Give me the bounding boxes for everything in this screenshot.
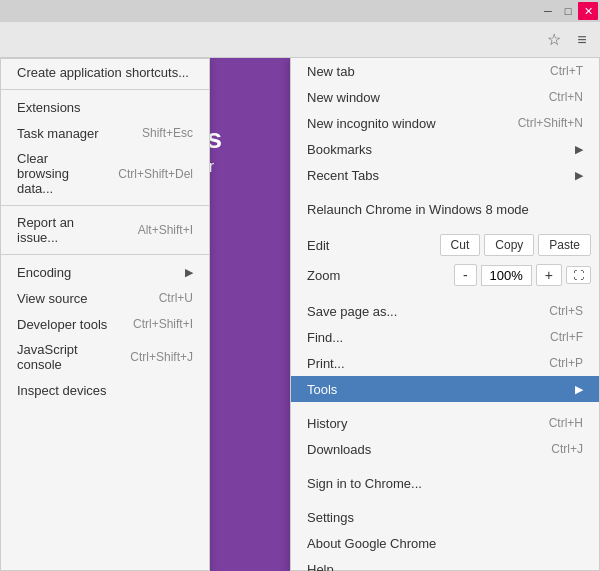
submenu-developer-tools-shortcut: Ctrl+Shift+I <box>133 317 193 331</box>
submenu-view-source[interactable]: View source Ctrl+U <box>1 285 209 311</box>
maximize-button[interactable]: □ <box>558 2 578 20</box>
submenu-separator-3 <box>1 254 209 255</box>
submenu-developer-tools-label: Developer tools <box>17 317 113 332</box>
menu-item-sign-in-label: Sign in to Chrome... <box>307 476 583 491</box>
submenu-task-manager-shortcut: Shift+Esc <box>142 126 193 140</box>
menu-item-bookmarks-label: Bookmarks <box>307 142 570 157</box>
menu-item-about-chrome-label: About Google Chrome <box>307 536 583 551</box>
submenu-clear-browsing-shortcut: Ctrl+Shift+Del <box>118 167 193 181</box>
menu-item-help[interactable]: Help <box>291 556 599 571</box>
chevron-right-icon: ▶ <box>575 143 583 156</box>
menu-item-new-window-shortcut: Ctrl+N <box>549 90 583 104</box>
menu-item-print-label: Print... <box>307 356 529 371</box>
menu-item-help-label: Help <box>307 562 583 572</box>
browser-toolbar: ☆ ≡ <box>0 22 600 58</box>
submenu-extensions[interactable]: Extensions <box>1 94 209 120</box>
star-icon[interactable]: ☆ <box>540 26 568 54</box>
title-bar: ─ □ ✕ <box>0 0 600 22</box>
tools-submenu: Create application shortcuts... Extensio… <box>0 58 210 571</box>
chevron-right-icon-3: ▶ <box>575 383 583 396</box>
submenu-view-source-shortcut: Ctrl+U <box>159 291 193 305</box>
menu-item-about-chrome[interactable]: About Google Chrome <box>291 530 599 556</box>
menu-item-print[interactable]: Print... Ctrl+P <box>291 350 599 376</box>
menu-edit-row: Edit Cut Copy Paste <box>291 230 599 260</box>
close-button[interactable]: ✕ <box>578 2 598 20</box>
submenu-javascript-console-shortcut: Ctrl+Shift+J <box>130 350 193 364</box>
submenu-separator-1 <box>1 89 209 90</box>
copy-button[interactable]: Copy <box>484 234 534 256</box>
menu-item-downloads-label: Downloads <box>307 442 531 457</box>
menu-item-save-page[interactable]: Save page as... Ctrl+S <box>291 298 599 324</box>
submenu-javascript-console-label: JavaScript console <box>17 342 110 372</box>
chevron-right-icon-4: ▶ <box>185 266 193 279</box>
menu-item-new-window-label: New window <box>307 90 529 105</box>
page-content: uponarific d Now, Save Ins You Can Save … <box>0 58 600 571</box>
menu-zoom-row: Zoom - 100% + ⛶ <box>291 260 599 290</box>
submenu-report-issue-shortcut: Alt+Shift+I <box>138 223 193 237</box>
submenu-clear-browsing-label: Clear browsing data... <box>17 151 98 196</box>
menu-item-new-incognito-label: New incognito window <box>307 116 498 131</box>
cut-button[interactable]: Cut <box>440 234 481 256</box>
menu-item-relaunch[interactable]: Relaunch Chrome in Windows 8 mode <box>291 196 599 222</box>
menu-item-save-page-shortcut: Ctrl+S <box>549 304 583 318</box>
zoom-out-button[interactable]: - <box>454 264 477 286</box>
menu-item-tools-label: Tools <box>307 382 570 397</box>
submenu-inspect-devices-label: Inspect devices <box>17 383 193 398</box>
menu-item-history-shortcut: Ctrl+H <box>549 416 583 430</box>
submenu-create-shortcuts[interactable]: Create application shortcuts... <box>1 59 209 85</box>
minimize-button[interactable]: ─ <box>538 2 558 20</box>
menu-item-recent-tabs-label: Recent Tabs <box>307 168 570 183</box>
menu-item-sign-in[interactable]: Sign in to Chrome... <box>291 470 599 496</box>
menu-item-tools[interactable]: Tools ▶ <box>291 376 599 402</box>
menu-item-find-shortcut: Ctrl+F <box>550 330 583 344</box>
menu-item-save-page-label: Save page as... <box>307 304 529 319</box>
menu-item-downloads-shortcut: Ctrl+J <box>551 442 583 456</box>
menu-item-settings[interactable]: Settings <box>291 504 599 530</box>
menu-item-find-label: Find... <box>307 330 530 345</box>
submenu-inspect-devices[interactable]: Inspect devices <box>1 377 209 403</box>
menu-item-find[interactable]: Find... Ctrl+F <box>291 324 599 350</box>
submenu-report-issue-label: Report an issue... <box>17 215 118 245</box>
submenu-javascript-console[interactable]: JavaScript console Ctrl+Shift+J <box>1 337 209 377</box>
menu-item-new-tab[interactable]: New tab Ctrl+T <box>291 58 599 84</box>
menu-item-recent-tabs[interactable]: Recent Tabs ▶ <box>291 162 599 188</box>
submenu-task-manager-label: Task manager <box>17 126 122 141</box>
zoom-value: 100% <box>481 265 532 286</box>
menu-item-new-tab-label: New tab <box>307 64 530 79</box>
menu-item-history[interactable]: History Ctrl+H <box>291 410 599 436</box>
menu-item-new-incognito[interactable]: New incognito window Ctrl+Shift+N <box>291 110 599 136</box>
menu-item-new-incognito-shortcut: Ctrl+Shift+N <box>518 116 583 130</box>
menu-item-history-label: History <box>307 416 529 431</box>
menu-item-downloads[interactable]: Downloads Ctrl+J <box>291 436 599 462</box>
submenu-extensions-label: Extensions <box>17 100 193 115</box>
edit-label: Edit <box>299 238 436 253</box>
menu-item-print-shortcut: Ctrl+P <box>549 356 583 370</box>
fullscreen-button[interactable]: ⛶ <box>566 266 591 284</box>
submenu-view-source-label: View source <box>17 291 139 306</box>
menu-item-new-tab-shortcut: Ctrl+T <box>550 64 583 78</box>
chevron-right-icon-2: ▶ <box>575 169 583 182</box>
menu-icon[interactable]: ≡ <box>568 26 596 54</box>
zoom-in-button[interactable]: + <box>536 264 562 286</box>
menu-item-relaunch-label: Relaunch Chrome in Windows 8 mode <box>307 202 583 217</box>
submenu-task-manager[interactable]: Task manager Shift+Esc <box>1 120 209 146</box>
submenu-separator-2 <box>1 205 209 206</box>
menu-item-new-window[interactable]: New window Ctrl+N <box>291 84 599 110</box>
submenu-create-shortcuts-label: Create application shortcuts... <box>17 65 193 80</box>
submenu-report-issue[interactable]: Report an issue... Alt+Shift+I <box>1 210 209 250</box>
submenu-clear-browsing[interactable]: Clear browsing data... Ctrl+Shift+Del <box>1 146 209 201</box>
submenu-developer-tools[interactable]: Developer tools Ctrl+Shift+I <box>1 311 209 337</box>
chrome-menu: New tab Ctrl+T New window Ctrl+N New inc… <box>290 58 600 571</box>
submenu-encoding[interactable]: Encoding ▶ <box>1 259 209 285</box>
submenu-encoding-label: Encoding <box>17 265 180 280</box>
zoom-label: Zoom <box>299 268 450 283</box>
menu-item-settings-label: Settings <box>307 510 583 525</box>
paste-button[interactable]: Paste <box>538 234 591 256</box>
menu-item-bookmarks[interactable]: Bookmarks ▶ <box>291 136 599 162</box>
